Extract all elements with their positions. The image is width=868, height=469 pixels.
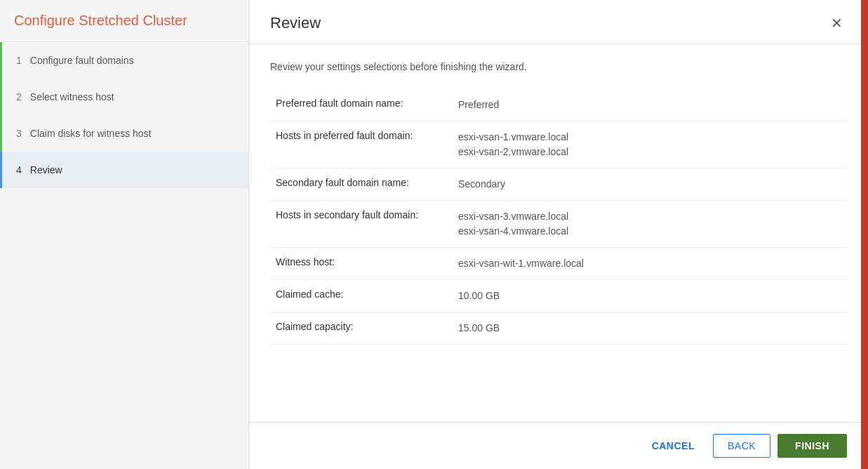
row-values: esxi-vsan-1.vmware.localesxi-vsan-2.vmwa… <box>453 121 847 169</box>
back-button[interactable]: BACK <box>713 434 770 458</box>
step-label: Select witness host <box>30 91 114 103</box>
cell-value: Secondary <box>458 177 841 192</box>
content-header: Review ✕ <box>249 0 868 44</box>
step-number: 2 <box>16 91 22 103</box>
row-values: Secondary <box>453 169 847 201</box>
row-label: Claimed capacity: <box>270 312 453 345</box>
footer: CANCEL BACK FINISH <box>249 422 868 469</box>
main-content: Review ✕ Review your settings selections… <box>249 0 868 469</box>
cell-value: Preferred <box>458 98 841 112</box>
table-row: Secondary fault domain name: Secondary <box>270 169 847 201</box>
table-row: Claimed cache: 10.00 GB <box>270 280 847 312</box>
row-label: Secondary fault domain name: <box>270 169 453 201</box>
table-row: Claimed capacity: 15.00 GB <box>270 312 847 345</box>
row-values: 10.00 GB <box>453 280 847 312</box>
step-number: 1 <box>16 55 22 66</box>
table-row: Witness host: esxi-vsan-wit-1.vmware.loc… <box>270 248 847 280</box>
row-values: esxi-vsan-wit-1.vmware.local <box>453 248 847 280</box>
sidebar: Configure Stretched Cluster 1 Configure … <box>0 0 249 469</box>
table-row: Hosts in secondary fault domain: esxi-vs… <box>270 201 847 248</box>
steps-list: 1 Configure fault domains 2 Select witne… <box>0 42 248 188</box>
content-body: Review your settings selections before f… <box>249 44 868 422</box>
step-item-1: 1 Configure fault domains <box>0 42 248 79</box>
step-item-2: 2 Select witness host <box>0 79 248 115</box>
row-label: Witness host: <box>270 248 453 280</box>
step-number: 4 <box>16 164 22 176</box>
cell-value: esxi-vsan-wit-1.vmware.local <box>458 256 841 271</box>
step-label: Configure fault domains <box>30 55 134 66</box>
page-title: Review <box>270 14 321 32</box>
step-item-3: 3 Claim disks for witness host <box>0 115 248 152</box>
step-item-4: 4 Review <box>0 152 248 188</box>
cancel-button[interactable]: CANCEL <box>641 435 706 457</box>
right-accent-bar <box>861 0 868 469</box>
row-values: 15.00 GB <box>453 312 847 345</box>
step-number: 3 <box>16 128 22 139</box>
finish-button[interactable]: FINISH <box>777 434 847 458</box>
step-label: Claim disks for witness host <box>30 128 152 139</box>
cell-value: esxi-vsan-2.vmware.local <box>458 145 841 159</box>
row-label: Preferred fault domain name: <box>270 89 453 121</box>
review-table: Preferred fault domain name: Preferred H… <box>270 89 847 345</box>
cell-value: 10.00 GB <box>458 289 841 303</box>
row-label: Hosts in preferred fault domain: <box>270 121 453 169</box>
row-values: Preferred <box>453 89 847 121</box>
cell-value: esxi-vsan-3.vmware.local <box>458 209 841 224</box>
cell-value: 15.00 GB <box>458 321 841 336</box>
cell-value: esxi-vsan-4.vmware.local <box>458 224 841 239</box>
row-label: Hosts in secondary fault domain: <box>270 201 453 248</box>
sidebar-title: Configure Stretched Cluster <box>0 0 248 42</box>
table-row: Preferred fault domain name: Preferred <box>270 89 847 121</box>
row-values: esxi-vsan-3.vmware.localesxi-vsan-4.vmwa… <box>453 201 847 248</box>
subtitle: Review your settings selections before f… <box>270 61 847 72</box>
row-label: Claimed cache: <box>270 280 453 312</box>
close-button[interactable]: ✕ <box>827 15 847 32</box>
cell-value: esxi-vsan-1.vmware.local <box>458 130 841 145</box>
table-row: Hosts in preferred fault domain: esxi-vs… <box>270 121 847 169</box>
step-label: Review <box>30 164 62 176</box>
